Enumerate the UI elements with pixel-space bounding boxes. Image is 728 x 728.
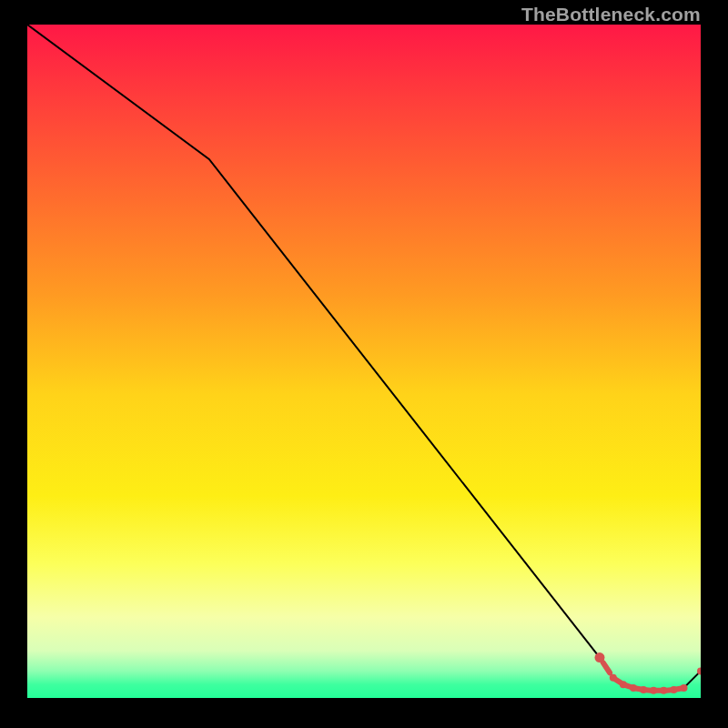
marker-dash: [636, 688, 642, 689]
marker-dash: [616, 680, 622, 683]
marker-series: [595, 652, 702, 694]
chart-area: [27, 25, 701, 698]
marker-dash: [626, 685, 632, 687]
marker-dash: [603, 662, 610, 672]
watermark-text: TheBottleneck.com: [521, 4, 701, 25]
bottleneck-curve-line: [27, 25, 701, 691]
line-series: [27, 25, 701, 691]
marker-dash: [676, 688, 682, 689]
chart-svg: [27, 25, 701, 698]
